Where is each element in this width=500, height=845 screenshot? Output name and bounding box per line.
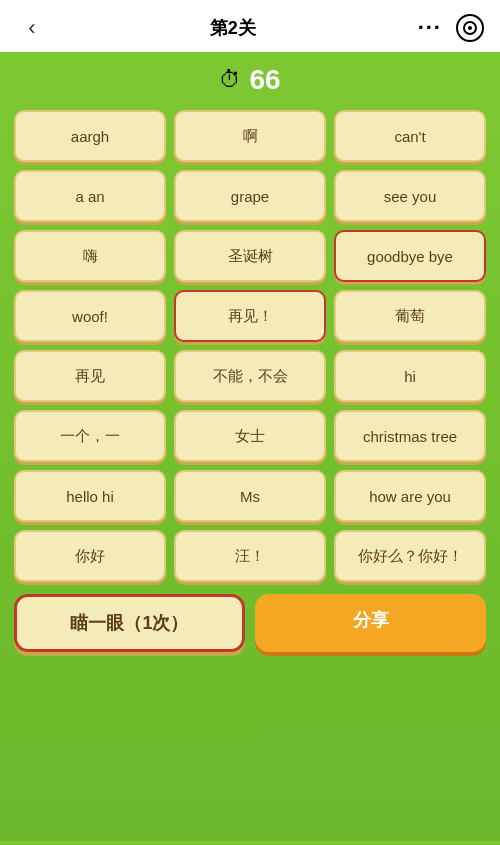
word-card[interactable]: 你好么？你好！ bbox=[334, 530, 486, 582]
word-card[interactable]: Ms bbox=[174, 470, 326, 522]
more-icon[interactable]: ··· bbox=[418, 17, 442, 39]
word-grid: aargh啊can'ta angrapesee you嗨圣诞树goodbye b… bbox=[14, 110, 486, 582]
word-card[interactable]: hello hi bbox=[14, 470, 166, 522]
word-card[interactable]: a an bbox=[14, 170, 166, 222]
word-card[interactable]: 一个，一 bbox=[14, 410, 166, 462]
word-card[interactable]: 葡萄 bbox=[334, 290, 486, 342]
word-card[interactable]: woof! bbox=[14, 290, 166, 342]
word-card[interactable]: grape bbox=[174, 170, 326, 222]
word-card[interactable]: hi bbox=[334, 350, 486, 402]
timer-icon: ⏱ bbox=[219, 67, 241, 93]
word-card[interactable]: 不能，不会 bbox=[174, 350, 326, 402]
peek-button[interactable]: 瞄一眼（1次） bbox=[14, 594, 245, 652]
main-content: ⏱ 66 aargh啊can'ta angrapesee you嗨圣诞树good… bbox=[0, 52, 500, 841]
back-icon: ‹ bbox=[28, 15, 35, 41]
page-title: 第2关 bbox=[210, 16, 256, 40]
target-icon[interactable] bbox=[456, 14, 484, 42]
share-button[interactable]: 分享 bbox=[255, 594, 486, 652]
word-card[interactable]: 你好 bbox=[14, 530, 166, 582]
word-card[interactable]: 啊 bbox=[174, 110, 326, 162]
word-card[interactable]: 嗨 bbox=[14, 230, 166, 282]
word-card[interactable]: how are you bbox=[334, 470, 486, 522]
header: ‹ 第2关 ··· bbox=[0, 0, 500, 52]
word-card[interactable]: 圣诞树 bbox=[174, 230, 326, 282]
timer-row: ⏱ 66 bbox=[14, 64, 486, 96]
word-card[interactable]: can't bbox=[334, 110, 486, 162]
word-card[interactable]: goodbye bye bbox=[334, 230, 486, 282]
header-actions: ··· bbox=[418, 14, 484, 42]
word-card[interactable]: 女士 bbox=[174, 410, 326, 462]
word-card[interactable]: see you bbox=[334, 170, 486, 222]
back-button[interactable]: ‹ bbox=[16, 12, 48, 44]
timer-value: 66 bbox=[249, 64, 280, 96]
bottom-actions: 瞄一眼（1次） 分享 bbox=[14, 594, 486, 652]
word-card[interactable]: aargh bbox=[14, 110, 166, 162]
word-card[interactable]: 再见！ bbox=[174, 290, 326, 342]
word-card[interactable]: 汪！ bbox=[174, 530, 326, 582]
word-card[interactable]: christmas tree bbox=[334, 410, 486, 462]
word-card[interactable]: 再见 bbox=[14, 350, 166, 402]
